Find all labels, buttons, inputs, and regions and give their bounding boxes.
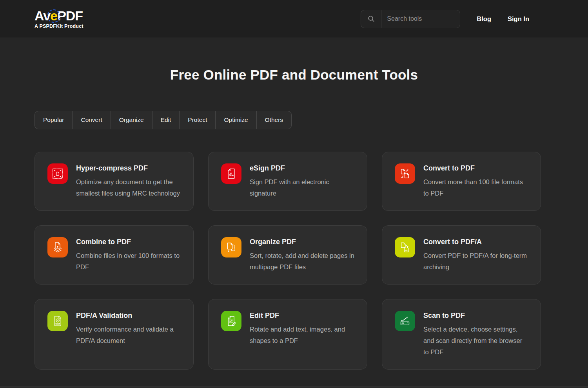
tab-organize[interactable]: Organize [111, 111, 152, 129]
tool-description: Select a device, choose settings, and sc… [423, 324, 528, 358]
tool-title: Organize PDF [250, 238, 354, 246]
tool-card-7[interactable]: Edit PDF Rotate and add text, images, an… [208, 299, 367, 370]
tool-title: eSign PDF [250, 164, 354, 172]
tools-grid: Hyper-compress PDF Optimize any document… [34, 152, 541, 370]
tool-card-3[interactable]: Combine to PDF Combine files in over 100… [34, 225, 194, 285]
tab-others[interactable]: Others [257, 111, 292, 129]
tab-protect[interactable]: Protect [180, 111, 216, 129]
tab-optimize[interactable]: Optimize [216, 111, 256, 129]
tool-card-0[interactable]: Hyper-compress PDF Optimize any document… [34, 152, 194, 211]
tool-description: Convert PDF to PDF/A for long-term archi… [423, 250, 528, 273]
convert-to-pdfa-icon [395, 237, 415, 257]
tool-card-4[interactable]: Organize PDF Sort, rotate, add and delet… [208, 225, 367, 285]
search-box [361, 10, 460, 28]
tool-description: Verify conformance and validate a PDF/A … [76, 324, 181, 346]
tool-title: Convert to PDF/A [423, 238, 528, 246]
category-tabs: PopularConvertOrganizeEditProtectOptimiz… [34, 111, 292, 129]
tool-title: Hyper-compress PDF [76, 164, 181, 172]
logo-wordmark: AvePDF [34, 9, 83, 22]
tool-description: Sort, rotate, add and delete pages in mu… [250, 250, 354, 273]
tool-card-2[interactable]: Convert to PDF Convert more than 100 fil… [382, 152, 541, 211]
hyper-compress-icon [47, 163, 68, 184]
tab-convert[interactable]: Convert [73, 111, 111, 129]
nav-link-sign-in[interactable]: Sign In [508, 15, 529, 23]
tool-card-1[interactable]: eSign PDF Sign PDF with an electronic si… [208, 152, 367, 211]
logo-tagline: A PSPDFKit Product [34, 24, 83, 29]
pdfa-validation-icon [47, 311, 68, 331]
top-header: AvePDF A PSPDFKit Product Blog Sign In [0, 0, 588, 38]
convert-to-pdf-icon [395, 163, 415, 184]
tool-description: Rotate and add text, images, and shapes … [250, 324, 354, 346]
tool-description: Optimize any document to get the smalles… [76, 176, 181, 199]
avepdf-logo[interactable]: AvePDF A PSPDFKit Product [34, 9, 83, 29]
logo-e-mark: e [50, 9, 57, 22]
tool-description: Sign PDF with an electronic signature [250, 176, 354, 199]
tool-description: Convert more than 100 file formats to PD… [423, 176, 528, 199]
tool-card-6[interactable]: PDF/A Validation Verify conformance and … [34, 299, 194, 370]
tool-title: Combine to PDF [76, 238, 181, 246]
tool-title: Edit PDF [250, 312, 354, 320]
tool-title: PDF/A Validation [76, 312, 181, 320]
combine-to-pdf-icon [47, 237, 68, 257]
organize-pdf-icon [221, 237, 241, 257]
tab-edit[interactable]: Edit [152, 111, 180, 129]
edit-pdf-icon [221, 311, 241, 331]
esign-icon [221, 163, 241, 184]
tool-description: Combine files in over 100 formats to PDF [76, 250, 181, 273]
tool-title: Convert to PDF [423, 164, 528, 172]
tool-title: Scan to PDF [423, 312, 528, 320]
search-input[interactable] [381, 15, 460, 22]
scan-to-pdf-icon [395, 311, 415, 331]
tool-card-5[interactable]: Convert to PDF/A Convert PDF to PDF/A fo… [382, 225, 541, 285]
footer-edge [0, 386, 588, 388]
search-icon[interactable] [361, 10, 381, 28]
tab-popular[interactable]: Popular [35, 111, 73, 129]
page-title: Free Online PDF and Document Tools [0, 38, 588, 83]
nav-link-blog[interactable]: Blog [477, 15, 491, 23]
tool-card-8[interactable]: Scan to PDF Select a device, choose sett… [382, 299, 541, 370]
